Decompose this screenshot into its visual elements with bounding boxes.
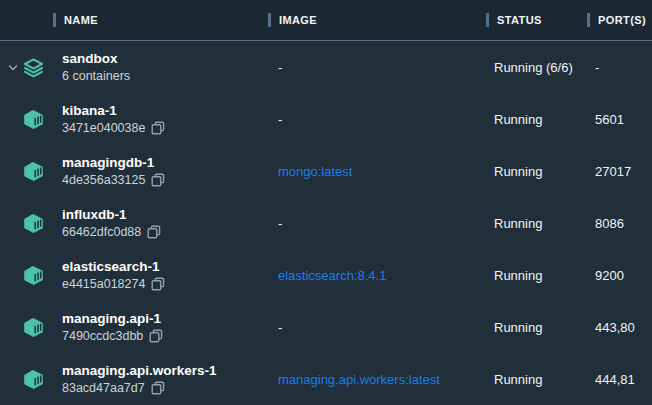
image-value: -: [278, 112, 282, 127]
image-link[interactable]: managing.api.workers:latest: [278, 372, 440, 387]
column-header-status[interactable]: STATUS: [486, 0, 587, 40]
ports-cell: -: [587, 60, 652, 75]
copy-id-button[interactable]: [151, 277, 165, 291]
container-id: 4de356a33125: [62, 172, 145, 188]
container-name: managingdb-1: [62, 154, 268, 171]
column-header-name[interactable]: NAME: [53, 0, 268, 40]
ports-cell: 9200: [587, 268, 652, 283]
table-row-compose-group[interactable]: sandbox 6 containers - Running (6/6) -: [0, 41, 652, 93]
column-divider: [268, 13, 271, 27]
table-row-container[interactable]: kibana-1 3471e040038e - Running 5601: [0, 93, 652, 145]
image-cell: -: [268, 60, 486, 75]
column-label: PORT(S): [598, 14, 646, 26]
name-cell: managingdb-1 4de356a33125: [53, 154, 268, 188]
name-cell: kibana-1 3471e040038e: [53, 102, 268, 136]
row-gutter: [0, 41, 53, 93]
name-cell: sandbox 6 containers: [53, 50, 268, 84]
column-divider: [587, 13, 590, 27]
ports-cell: 443,80: [587, 320, 652, 335]
column-header-image[interactable]: IMAGE: [268, 0, 486, 40]
row-gutter: [0, 145, 53, 197]
name-cell: elasticsearch-1 e4415a018274: [53, 258, 268, 292]
row-gutter: [0, 249, 53, 301]
container-name: sandbox: [62, 50, 268, 67]
container-name: managing.api-1: [62, 310, 268, 327]
image-cell: -: [268, 112, 486, 127]
container-name: kibana-1: [62, 102, 268, 119]
image-link[interactable]: mongo:latest: [278, 164, 352, 179]
container-icon: [23, 109, 44, 130]
container-id: 3471e040038e: [62, 120, 145, 136]
table-header: NAME IMAGE STATUS PORT(S): [0, 0, 652, 41]
column-divider: [53, 13, 56, 27]
image-cell: elasticsearch:8.4.1: [268, 268, 486, 283]
image-value: -: [278, 320, 282, 335]
column-label: NAME: [64, 14, 98, 26]
image-link[interactable]: elasticsearch:8.4.1: [278, 268, 386, 283]
copy-id-button[interactable]: [149, 329, 163, 343]
container-name: influxdb-1: [62, 206, 268, 223]
row-gutter: [0, 353, 53, 405]
column-label: IMAGE: [279, 14, 317, 26]
copy-id-button[interactable]: [151, 121, 165, 135]
container-icon: [23, 317, 44, 338]
column-header-ports[interactable]: PORT(S): [587, 0, 652, 40]
container-name: managing.api.workers-1: [62, 362, 268, 379]
row-gutter: [0, 93, 53, 145]
table-row-container[interactable]: managing.api-1 7490ccdc3dbb - Running 44…: [0, 301, 652, 353]
container-icon: [23, 265, 44, 286]
column-divider: [486, 13, 489, 27]
status-cell: Running: [486, 268, 587, 283]
status-cell: Running (6/6): [486, 60, 587, 75]
table-row-container[interactable]: managing.api.workers-1 83acd47aa7d7 mana…: [0, 353, 652, 405]
container-count: 6 containers: [62, 68, 130, 84]
ports-cell: 444,81: [587, 372, 652, 387]
table-row-container[interactable]: influxdb-1 66462dfc0d88 - Running 8086: [0, 197, 652, 249]
image-value: -: [278, 216, 282, 231]
name-cell: managing.api.workers-1 83acd47aa7d7: [53, 362, 268, 396]
row-gutter: [0, 301, 53, 353]
copy-id-button[interactable]: [151, 173, 165, 187]
container-id: e4415a018274: [62, 276, 145, 292]
name-cell: influxdb-1 66462dfc0d88: [53, 206, 268, 240]
image-value: -: [278, 60, 282, 75]
status-cell: Running: [486, 216, 587, 231]
container-icon: [23, 213, 44, 234]
chevron-down-icon[interactable]: [6, 60, 20, 74]
image-cell: mongo:latest: [268, 164, 486, 179]
container-id: 66462dfc0d88: [62, 224, 141, 240]
image-cell: -: [268, 216, 486, 231]
status-cell: Running: [486, 320, 587, 335]
copy-id-button[interactable]: [151, 381, 165, 395]
image-cell: -: [268, 320, 486, 335]
status-cell: Running: [486, 112, 587, 127]
containers-table: NAME IMAGE STATUS PORT(S) sandbox: [0, 0, 652, 405]
container-icon: [23, 369, 44, 390]
compose-stack-icon: [23, 57, 44, 78]
ports-cell: 8086: [587, 216, 652, 231]
row-gutter: [0, 197, 53, 249]
column-label: STATUS: [497, 14, 542, 26]
image-cell: managing.api.workers:latest: [268, 372, 486, 387]
status-cell: Running: [486, 372, 587, 387]
ports-cell: 5601: [587, 112, 652, 127]
table-row-container[interactable]: managingdb-1 4de356a33125 mongo:latest R…: [0, 145, 652, 197]
table-row-container[interactable]: elasticsearch-1 e4415a018274 elasticsear…: [0, 249, 652, 301]
status-cell: Running: [486, 164, 587, 179]
name-cell: managing.api-1 7490ccdc3dbb: [53, 310, 268, 344]
copy-id-button[interactable]: [147, 225, 161, 239]
container-name: elasticsearch-1: [62, 258, 268, 275]
ports-cell: 27017: [587, 164, 652, 179]
container-id: 7490ccdc3dbb: [62, 328, 143, 344]
container-icon: [23, 161, 44, 182]
container-id: 83acd47aa7d7: [62, 380, 145, 396]
